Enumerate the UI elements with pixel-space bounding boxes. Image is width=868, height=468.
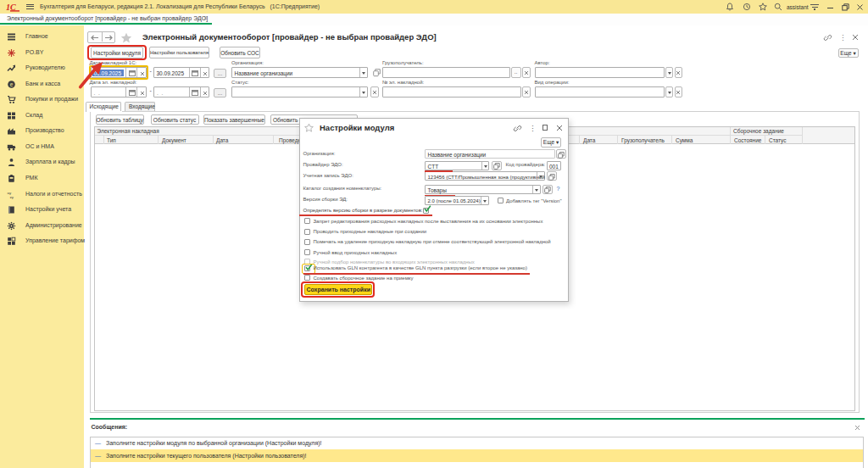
- svg-text:e: e: [10, 81, 14, 86]
- svg-text:ку: ку: [10, 195, 14, 199]
